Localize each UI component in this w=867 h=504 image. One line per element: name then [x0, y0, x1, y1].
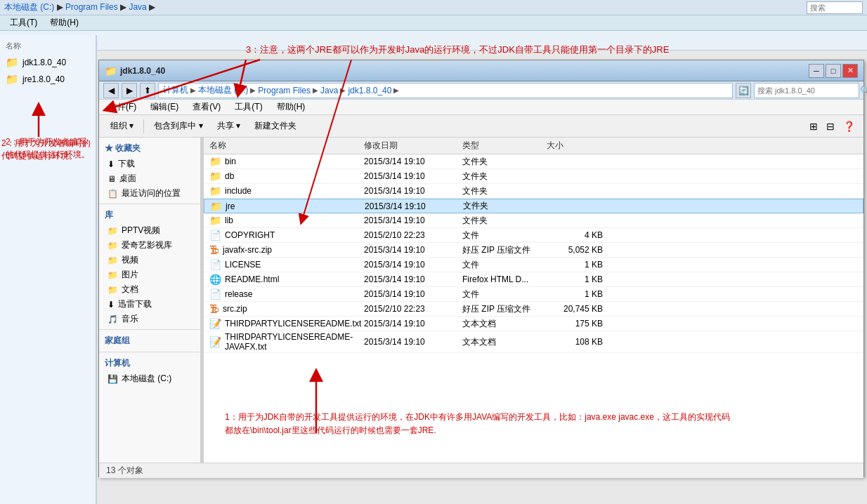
- menu-view[interactable]: 查看(V): [185, 100, 228, 114]
- sidebar-item-video[interactable]: 📁 视频: [99, 253, 200, 267]
- include-library-label: 包含到库中 ▾: [154, 120, 202, 132]
- file-name: 📄 LICENSE: [209, 259, 364, 270]
- file-modified: 2015/3/14 19:10: [364, 215, 462, 225]
- file-size: 175 KB: [547, 319, 603, 329]
- pptv-label: PPTV视频: [122, 225, 160, 237]
- maximize-button[interactable]: □: [826, 64, 841, 78]
- outer-path-part[interactable]: 本地磁盘 (C:): [4, 2, 54, 12]
- breadcrumb-disk[interactable]: 本地磁盘 (C:): [198, 84, 248, 96]
- file-name: 🗜 javafx-src.zip: [209, 244, 364, 256]
- menu-edit[interactable]: 编辑(E): [143, 100, 185, 114]
- window-controls: ─ □ ✕: [809, 64, 858, 78]
- outer-path-java[interactable]: Java: [129, 2, 146, 12]
- forward-button[interactable]: ▶: [122, 83, 137, 98]
- header-type[interactable]: 类型: [462, 139, 547, 152]
- outer-menu-tools[interactable]: 工具(T): [4, 15, 43, 30]
- sidebar-item-download[interactable]: ⬇ 下载: [99, 157, 200, 171]
- file-modified: 2015/3/14 19:10: [365, 201, 463, 211]
- address-input[interactable]: 计算机 ▶ 本地磁盘 (C:) ▶ Program Files ▶ Java ▶…: [158, 83, 733, 98]
- table-row[interactable]: 📄 release 2015/3/14 19:10 文件 1 KB: [204, 287, 863, 302]
- file-name: 📁 db: [209, 171, 364, 182]
- sidebar-homegroup-header[interactable]: 家庭组: [99, 333, 200, 349]
- table-row[interactable]: 📁 jre 2015/3/14 19:10 文件夹: [204, 199, 863, 213]
- file-modified: 2015/3/14 19:10: [364, 260, 462, 270]
- outer-path: 本地磁盘 (C:) ▶ Program Files ▶ Java ▶: [4, 1, 155, 13]
- table-row[interactable]: 🌐 README.html 2015/3/14 19:10 Firefox HT…: [204, 272, 863, 287]
- table-row[interactable]: 📁 include 2015/3/14 19:10 文件夹: [204, 184, 863, 199]
- file-type: Firefox HTML D...: [462, 274, 547, 284]
- file-icon: 📄: [209, 289, 221, 300]
- sidebar-item-xunlei[interactable]: ⬇ 迅雷下载: [99, 297, 200, 312]
- help-icon[interactable]: ❓: [840, 121, 858, 132]
- sidebar-favorites-header[interactable]: ★ 收藏夹: [99, 140, 200, 157]
- folder-icon: 📁: [6, 56, 19, 69]
- outer-search-input[interactable]: [807, 1, 863, 14]
- outer-address-bar: 本地磁盘 (C:) ▶ Program Files ▶ Java ▶: [0, 0, 867, 15]
- file-modified: 2015/3/14 19:10: [364, 186, 462, 196]
- file-name: 📁 jre: [210, 201, 365, 212]
- xunlei-icon: ⬇: [107, 300, 115, 310]
- breadcrumb-program-files[interactable]: Program Files: [258, 86, 311, 95]
- file-name-text: src.zip: [223, 304, 247, 314]
- table-row[interactable]: 📝 THIRDPARTYLICENSEREADME.txt 2015/3/14 …: [204, 317, 863, 331]
- outer-jdk-folder[interactable]: 📁 jdk1.8.0_40: [0, 54, 96, 71]
- up-button[interactable]: ⬆: [140, 83, 155, 98]
- header-modified[interactable]: 修改日期: [364, 139, 462, 152]
- refresh-button[interactable]: 🔄: [736, 83, 751, 98]
- table-row[interactable]: 📁 db 2015/3/14 19:10 文件夹: [204, 169, 863, 184]
- file-size: 5,052 KB: [547, 245, 603, 255]
- share-button[interactable]: 共享 ▾: [211, 118, 246, 134]
- file-rows-container: 📁 bin 2015/3/14 19:10 文件夹 📁 db 2015/3/14…: [204, 154, 863, 353]
- view-options-icon[interactable]: ⊟: [823, 121, 837, 132]
- recent-icon: 📋: [107, 189, 118, 199]
- file-icon: 📄: [209, 259, 221, 270]
- table-row[interactable]: 📄 LICENSE 2015/3/14 19:10 文件 1 KB: [204, 258, 863, 272]
- table-row[interactable]: 📁 lib 2015/3/14 19:10 文件夹: [204, 213, 863, 228]
- file-name-text: lib: [225, 215, 233, 225]
- view-toggle-icon[interactable]: ⊞: [807, 121, 821, 132]
- sidebar-computer-header[interactable]: 计算机: [99, 355, 200, 371]
- search-input[interactable]: [755, 84, 857, 98]
- file-name-text: COPYRIGHT: [225, 230, 275, 240]
- sidebar-item-recent[interactable]: 📋 最近访问的位置: [99, 186, 200, 201]
- file-modified: 2015/3/14 19:10: [364, 245, 462, 255]
- outer-jre-folder[interactable]: 📁 jre1.8.0_40: [0, 71, 96, 88]
- minimize-button[interactable]: ─: [809, 64, 824, 78]
- table-row[interactable]: 📝 THIRDPARTYLICENSEREADME-JAVAFX.txt 201…: [204, 331, 863, 353]
- sidebar-item-music[interactable]: 🎵 音乐: [99, 312, 200, 326]
- breadcrumb-computer[interactable]: 计算机: [163, 84, 188, 96]
- file-type: 文本文档: [462, 318, 547, 330]
- outer-path-program-files[interactable]: Program Files: [65, 2, 118, 12]
- menu-file[interactable]: 文件(F): [102, 100, 143, 114]
- file-name-text: db: [225, 171, 234, 181]
- file-type: 文件夹: [462, 185, 547, 197]
- sidebar-item-pictures[interactable]: 📁 图片: [99, 267, 200, 282]
- back-button[interactable]: ◀: [103, 83, 119, 98]
- file-type: 文本文档: [462, 336, 547, 348]
- sidebar-item-docs[interactable]: 📁 文档: [99, 282, 200, 297]
- header-name[interactable]: 名称: [209, 139, 364, 152]
- menu-help[interactable]: 帮助(H): [270, 100, 313, 114]
- breadcrumb-jdk[interactable]: jdk1.8.0_40: [348, 86, 391, 95]
- include-library-button[interactable]: 包含到库中 ▾: [148, 118, 208, 134]
- music-icon: 🎵: [107, 314, 118, 324]
- outer-menu-help[interactable]: 帮助(H): [44, 15, 84, 30]
- header-size[interactable]: 大小: [547, 139, 603, 152]
- sidebar-item-desktop[interactable]: 🖥 桌面: [99, 171, 200, 186]
- sidebar-item-pptv[interactable]: 📁 PPTV视频: [99, 223, 200, 238]
- search-icon[interactable]: 🔍: [857, 86, 867, 95]
- table-row[interactable]: 📁 bin 2015/3/14 19:10 文件夹: [204, 154, 863, 169]
- docs-icon: 📁: [107, 285, 118, 295]
- sidebar-library-header[interactable]: 库: [99, 207, 200, 223]
- close-button[interactable]: ✕: [842, 64, 858, 78]
- sidebar-item-local-disk[interactable]: 💾 本地磁盘 (C:): [99, 371, 200, 386]
- table-row[interactable]: 🗜 javafx-src.zip 2015/3/14 19:10 好压 ZIP …: [204, 243, 863, 258]
- organize-button[interactable]: 组织 ▾: [105, 118, 139, 134]
- breadcrumb-java[interactable]: Java: [320, 86, 338, 95]
- file-name-text: javafx-src.zip: [223, 245, 272, 255]
- menu-tools[interactable]: 工具(T): [228, 100, 269, 114]
- sidebar-item-iqiyi[interactable]: 📁 爱奇艺影视库: [99, 238, 200, 253]
- table-row[interactable]: 🗜 src.zip 2015/2/10 22:23 好压 ZIP 压缩文件 20…: [204, 302, 863, 317]
- new-folder-button[interactable]: 新建文件夹: [249, 118, 302, 134]
- table-row[interactable]: 📄 COPYRIGHT 2015/2/10 22:23 文件 4 KB: [204, 228, 863, 243]
